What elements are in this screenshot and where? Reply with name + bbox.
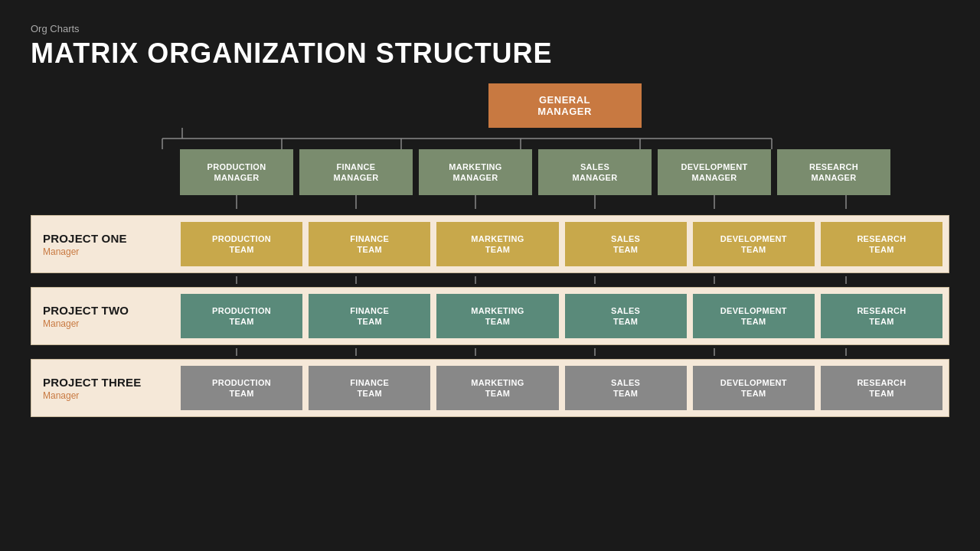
- project-two-manager: Manager: [43, 318, 169, 329]
- manager-finance: FINANCEMANAGER: [299, 149, 413, 195]
- team-box: SALESTEAM: [565, 294, 687, 338]
- team-box: RESEARCHTEAM: [821, 222, 942, 266]
- row-connectors-2: [180, 348, 800, 356]
- team-box: DEVELOPMENTTEAM: [693, 222, 815, 266]
- project-three-name: PROJECT THREE: [43, 376, 169, 389]
- team-box: RESEARCHTEAM: [821, 366, 942, 410]
- team-box: MARKETINGTEAM: [436, 294, 558, 338]
- team-box: SALESTEAM: [565, 366, 687, 410]
- manager-production: PRODUCTIONMANAGER: [180, 149, 293, 195]
- team-box: MARKETINGTEAM: [436, 222, 558, 266]
- project-row-one: PROJECT ONE Manager PRODUCTIONTEAM FINAN…: [31, 215, 949, 273]
- project-one-name: PROJECT ONE: [43, 232, 169, 245]
- manager-research: RESEARCHMANAGER: [777, 149, 890, 195]
- general-manager-box: GENERAL MANAGER: [488, 83, 642, 128]
- project-row-three: PROJECT THREE Manager PRODUCTIONTEAM FIN…: [31, 359, 949, 417]
- project-two-teams: PRODUCTIONTEAM FINANCETEAM MARKETINGTEAM…: [181, 288, 949, 344]
- page: Org Charts MATRIX ORGANIZATION STRUCTURE…: [0, 0, 980, 551]
- team-box: MARKETINGTEAM: [436, 366, 558, 410]
- manager-marketing: MARKETINGMANAGER: [419, 149, 532, 195]
- project-three-manager: Manager: [43, 390, 169, 401]
- team-box: DEVELOPMENTTEAM: [693, 366, 815, 410]
- team-box: PRODUCTIONTEAM: [181, 294, 302, 338]
- team-box: PRODUCTIONTEAM: [181, 222, 302, 266]
- project-two-label: PROJECT TWO Manager: [31, 288, 181, 344]
- project-three-teams: PRODUCTIONTEAM FINANCETEAM MARKETINGTEAM…: [181, 360, 949, 416]
- top-connectors-svg: [106, 128, 875, 149]
- manager-sales: SALESMANAGER: [538, 149, 652, 195]
- project-three-label: PROJECT THREE Manager: [31, 360, 181, 416]
- chart-area: GENERAL MANAGER PRODUCTIONMANAGER FI: [31, 83, 949, 536]
- team-box: SALESTEAM: [565, 222, 687, 266]
- project-two-name: PROJECT TWO: [43, 304, 169, 317]
- row-connectors-1: [180, 276, 800, 284]
- team-box: DEVELOPMENTTEAM: [693, 294, 815, 338]
- project-one-manager: Manager: [43, 246, 169, 257]
- project-one-label: PROJECT ONE Manager: [31, 216, 181, 272]
- team-box: RESEARCHTEAM: [821, 294, 942, 338]
- team-box: FINANCETEAM: [309, 366, 430, 410]
- projects-container: PROJECT ONE Manager PRODUCTIONTEAM FINAN…: [31, 209, 949, 417]
- team-box: FINANCETEAM: [309, 222, 430, 266]
- manager-development: DEVELOPMENTMANAGER: [658, 149, 771, 195]
- project-one-teams: PRODUCTIONTEAM FINANCETEAM MARKETINGTEAM…: [181, 216, 949, 272]
- team-box: FINANCETEAM: [309, 294, 430, 338]
- subtitle: Org Charts: [31, 23, 949, 34]
- page-title: MATRIX ORGANIZATION STRUCTURE: [31, 37, 949, 70]
- managers-row: PRODUCTIONMANAGER FINANCEMANAGER MARKETI…: [31, 149, 949, 195]
- manager-connectors-svg: [180, 195, 800, 209]
- project-row-two: PROJECT TWO Manager PRODUCTIONTEAM FINAN…: [31, 287, 949, 345]
- team-box: PRODUCTIONTEAM: [181, 366, 302, 410]
- gm-label: GENERAL MANAGER: [511, 94, 619, 117]
